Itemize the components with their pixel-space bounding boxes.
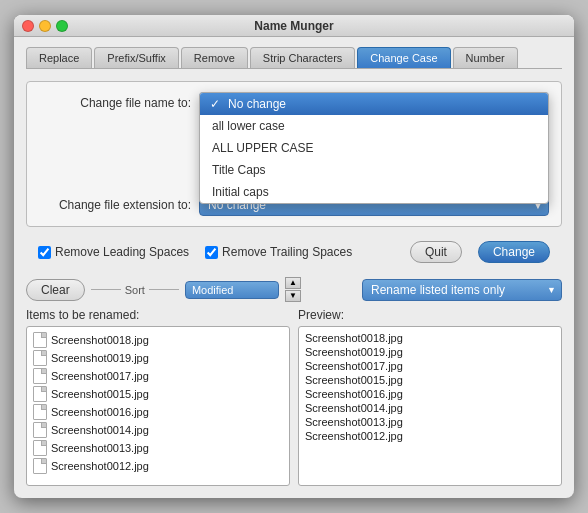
leading-spaces-checkbox[interactable]	[38, 246, 51, 259]
file-icon	[33, 332, 47, 348]
leading-spaces-label: Remove Leading Spaces	[55, 245, 189, 259]
tab-remove[interactable]: Remove	[181, 47, 248, 68]
content-area: Replace Prefix/Suffix Remove Strip Chara…	[14, 37, 574, 498]
list-item: Screenshot0012.jpg	[31, 457, 285, 475]
file-icon	[33, 458, 47, 474]
sort-select[interactable]: Modified Name Date Created Size	[185, 281, 279, 299]
rename-select[interactable]: Rename listed items only Rename all item…	[362, 279, 562, 301]
preview-file-list: Screenshot0018.jpg Screenshot0019.jpg Sc…	[298, 326, 562, 486]
sort-divider-left	[91, 289, 121, 290]
tab-replace[interactable]: Replace	[26, 47, 92, 68]
sort-label: Sort	[125, 284, 145, 296]
preview-list-section: Preview: Screenshot0018.jpg Screenshot00…	[298, 308, 562, 486]
leading-spaces-checkbox-item: Remove Leading Spaces	[38, 245, 189, 259]
tab-bar: Replace Prefix/Suffix Remove Strip Chara…	[26, 47, 562, 69]
preview-name: Screenshot0012.jpg	[305, 430, 403, 442]
list-item: Screenshot0019.jpg	[31, 349, 285, 367]
quit-button[interactable]: Quit	[410, 241, 462, 263]
file-name: Screenshot0015.jpg	[51, 388, 149, 400]
list-item: Screenshot0015.jpg	[31, 385, 285, 403]
file-icon	[33, 440, 47, 456]
filename-label: Change file name to:	[39, 96, 199, 110]
trailing-spaces-checkbox[interactable]	[205, 246, 218, 259]
window-title: Name Munger	[254, 19, 333, 33]
items-list-section: Items to be renamed: Screenshot0018.jpg …	[26, 308, 290, 486]
preview-name: Screenshot0019.jpg	[305, 346, 403, 358]
dropdown-item-lower[interactable]: all lower case	[200, 115, 548, 137]
preview-name: Screenshot0015.jpg	[305, 374, 403, 386]
file-name: Screenshot0012.jpg	[51, 460, 149, 472]
preview-name: Screenshot0018.jpg	[305, 332, 403, 344]
sort-updown-buttons: ▲ ▼	[285, 277, 301, 302]
preview-name: Screenshot0017.jpg	[305, 360, 403, 372]
checkbox-row: Remove Leading Spaces Remove Trailing Sp…	[26, 235, 562, 269]
tab-prefix-suffix[interactable]: Prefix/Suffix	[94, 47, 179, 68]
form-section: Change file name to: No change ▼ No chan…	[26, 81, 562, 227]
file-name: Screenshot0016.jpg	[51, 406, 149, 418]
tab-strip-characters[interactable]: Strip Characters	[250, 47, 355, 68]
list-item: Screenshot0019.jpg	[303, 345, 557, 359]
trailing-spaces-label: Remove Trailing Spaces	[222, 245, 352, 259]
extension-label: Change file extension to:	[39, 198, 199, 212]
file-name: Screenshot0014.jpg	[51, 424, 149, 436]
traffic-lights	[22, 20, 68, 32]
clear-button[interactable]: Clear	[26, 279, 85, 301]
list-item: Screenshot0016.jpg	[303, 387, 557, 401]
items-list-title: Items to be renamed:	[26, 308, 290, 322]
main-window: Name Munger Replace Prefix/Suffix Remove…	[14, 15, 574, 498]
tab-number[interactable]: Number	[453, 47, 518, 68]
dropdown-item-upper[interactable]: ALL UPPER CASE	[200, 137, 548, 159]
sort-down-button[interactable]: ▼	[285, 290, 301, 302]
trailing-spaces-checkbox-item: Remove Trailing Spaces	[205, 245, 352, 259]
rename-select-wrapper: Rename listed items only Rename all item…	[362, 279, 562, 301]
maximize-button[interactable]	[56, 20, 68, 32]
tab-change-case[interactable]: Change Case	[357, 47, 450, 68]
minimize-button[interactable]	[39, 20, 51, 32]
file-name: Screenshot0018.jpg	[51, 334, 149, 346]
list-item: Screenshot0012.jpg	[303, 429, 557, 443]
sort-select-wrapper: Modified Name Date Created Size	[185, 281, 279, 299]
sort-up-button[interactable]: ▲	[285, 277, 301, 289]
preview-name: Screenshot0014.jpg	[305, 402, 403, 414]
list-item: Screenshot0014.jpg	[31, 421, 285, 439]
titlebar: Name Munger	[14, 15, 574, 37]
file-name: Screenshot0019.jpg	[51, 352, 149, 364]
preview-name: Screenshot0013.jpg	[305, 416, 403, 428]
close-button[interactable]	[22, 20, 34, 32]
dropdown-item-title[interactable]: Title Caps	[200, 159, 548, 181]
list-item: Screenshot0018.jpg	[303, 331, 557, 345]
dropdown-item-initial[interactable]: Initial caps	[200, 181, 548, 203]
filename-dropdown-menu: No change all lower case ALL UPPER CASE …	[199, 92, 549, 204]
list-item: Screenshot0015.jpg	[303, 373, 557, 387]
file-name: Screenshot0017.jpg	[51, 370, 149, 382]
file-icon	[33, 368, 47, 384]
file-icon	[33, 350, 47, 366]
sort-divider-right	[149, 289, 179, 290]
file-icon	[33, 386, 47, 402]
list-item: Screenshot0017.jpg	[31, 367, 285, 385]
change-button[interactable]: Change	[478, 241, 550, 263]
file-name: Screenshot0013.jpg	[51, 442, 149, 454]
list-item: Screenshot0016.jpg	[31, 403, 285, 421]
items-file-list[interactable]: Screenshot0018.jpg Screenshot0019.jpg Sc…	[26, 326, 290, 486]
sort-bar: Clear Sort Modified Name Date Created Si…	[26, 277, 562, 302]
list-item: Screenshot0013.jpg	[31, 439, 285, 457]
file-icon	[33, 422, 47, 438]
dropdown-item-no-change[interactable]: No change	[200, 93, 548, 115]
list-item: Screenshot0013.jpg	[303, 415, 557, 429]
preview-list-title: Preview:	[298, 308, 562, 322]
list-item: Screenshot0014.jpg	[303, 401, 557, 415]
lists-row: Items to be renamed: Screenshot0018.jpg …	[26, 308, 562, 486]
sort-label-group: Sort	[91, 284, 179, 296]
preview-name: Screenshot0016.jpg	[305, 388, 403, 400]
list-item: Screenshot0018.jpg	[31, 331, 285, 349]
file-icon	[33, 404, 47, 420]
list-item: Screenshot0017.jpg	[303, 359, 557, 373]
filename-row: Change file name to: No change ▼ No chan…	[39, 92, 549, 114]
